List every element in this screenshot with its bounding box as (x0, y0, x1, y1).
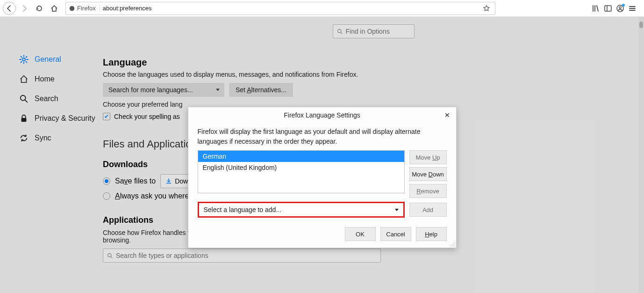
lock-icon (19, 113, 29, 124)
help-button[interactable]: Help (416, 227, 447, 241)
svg-rect-1 (605, 6, 611, 11)
svg-point-9 (337, 29, 341, 32)
language-list[interactable]: German English (United Kingdom) (198, 150, 405, 193)
category-sync[interactable]: Sync (0, 128, 103, 148)
search-icon (19, 94, 29, 104)
always-ask-radio[interactable] (103, 192, 110, 200)
browser-toolbar: Firefox about:preferences (0, 0, 644, 17)
scrollbar-thumb[interactable] (639, 22, 643, 28)
svg-point-5 (22, 58, 25, 61)
url-text: about:preferences (103, 5, 152, 12)
remove-button[interactable]: Remove (409, 184, 447, 198)
svg-line-7 (25, 100, 28, 103)
find-in-options-input[interactable]: Find in Options (333, 24, 415, 38)
identity-label: Firefox (77, 5, 96, 12)
bookmark-star-icon[interactable] (483, 5, 490, 12)
sync-icon (19, 133, 29, 143)
language-item-english-uk[interactable]: English (United Kingdom) (198, 162, 404, 173)
svg-point-11 (108, 253, 111, 256)
spellcheck-label: Check your spelling as (114, 113, 180, 120)
gear-icon (19, 54, 29, 65)
cancel-button[interactable]: Cancel (380, 227, 411, 241)
identity-box[interactable]: Firefox (69, 5, 100, 12)
chevron-down-icon (395, 209, 399, 211)
firefox-icon (69, 5, 75, 12)
applications-search-placeholder: Search file types or applications (116, 252, 208, 259)
dialog-titlebar: Firefox Language Settings ✕ (188, 107, 456, 123)
category-label: Home (35, 75, 55, 83)
dialog-description: Firefox will display the first language … (198, 127, 447, 146)
download-arrow-icon (165, 178, 172, 184)
save-files-label: Save files to (115, 177, 156, 185)
language-settings-dialog: Firefox Language Settings ✕ Firefox will… (188, 107, 457, 248)
applications-search-input[interactable]: Search file types or applications (103, 249, 381, 263)
ok-button[interactable]: OK (345, 227, 376, 241)
url-bar[interactable]: Firefox about:preferences (65, 2, 495, 15)
forward-button[interactable] (18, 2, 31, 15)
category-label: General (35, 55, 61, 64)
back-button[interactable] (3, 2, 16, 15)
move-down-button[interactable]: Move Down (409, 167, 447, 181)
category-privacy[interactable]: Privacy & Security (0, 109, 103, 128)
save-files-radio[interactable] (103, 177, 110, 185)
select-language-dropdown[interactable]: Select a language to add... (198, 202, 405, 218)
always-ask-label: Always ask you where (115, 192, 189, 200)
select-language-placeholder: Select a language to add... (204, 206, 282, 213)
resize-grip-icon[interactable] (450, 241, 455, 247)
language-title: Language (103, 57, 402, 68)
svg-point-4 (619, 6, 621, 8)
category-sidebar: General Home Search Privacy & Security S… (0, 17, 103, 293)
svg-point-6 (21, 95, 26, 101)
library-icon[interactable] (592, 4, 600, 13)
add-button[interactable]: Add (409, 203, 447, 217)
language-desc: Choose the languages used to display men… (103, 71, 402, 78)
find-placeholder: Find in Options (346, 28, 390, 35)
svg-line-12 (111, 256, 112, 258)
category-label: Search (35, 95, 58, 103)
vertical-scrollbar[interactable] (638, 17, 644, 293)
language-item-german[interactable]: German (198, 151, 404, 162)
dialog-close-button[interactable]: ✕ (442, 110, 452, 120)
search-icon (107, 253, 113, 259)
category-search[interactable]: Search (0, 89, 103, 109)
checkbox-icon: ✔ (103, 113, 110, 120)
menu-icon[interactable] (628, 4, 637, 13)
home-icon (19, 74, 29, 84)
reload-button[interactable] (33, 2, 46, 15)
svg-rect-8 (21, 118, 27, 122)
account-icon[interactable] (616, 4, 624, 13)
category-home[interactable]: Home (0, 69, 103, 89)
sidebar-toggle-icon[interactable] (604, 4, 612, 13)
home-button[interactable] (48, 2, 61, 15)
category-general[interactable]: General (0, 50, 103, 69)
svg-point-0 (70, 6, 75, 11)
category-label: Sync (35, 134, 51, 142)
category-label: Privacy & Security (35, 114, 95, 123)
set-alternatives-button[interactable]: Set Alternatives... (229, 83, 293, 97)
move-up-button[interactable]: Move Up (409, 150, 447, 164)
search-more-languages-dropdown[interactable]: Search for more languages... (103, 83, 224, 97)
search-icon (337, 29, 343, 35)
dialog-title: Firefox Language Settings (284, 111, 360, 119)
svg-line-10 (341, 32, 342, 34)
